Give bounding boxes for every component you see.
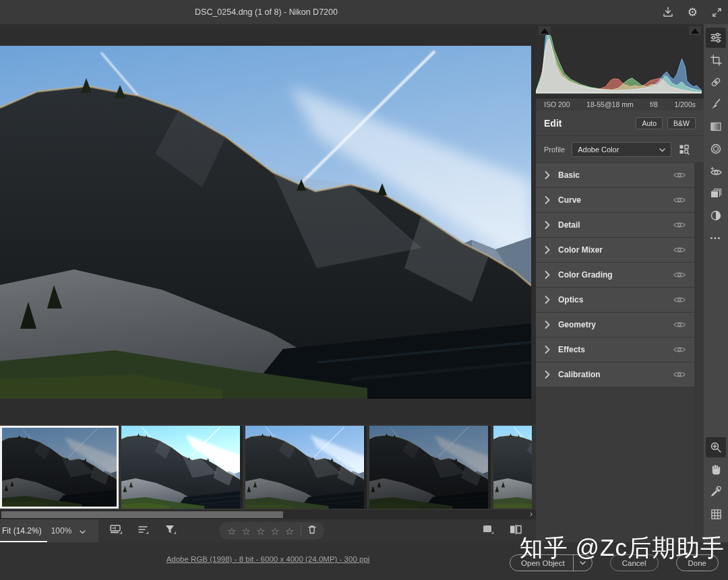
panel-empty-area xyxy=(536,387,694,542)
panel-section-curve[interactable]: Curve xyxy=(536,188,694,213)
eye-visibility-icon[interactable] xyxy=(673,321,686,329)
healing-tool[interactable] xyxy=(706,72,726,92)
filmstrip xyxy=(0,424,536,510)
single-preview-icon[interactable] xyxy=(482,524,494,538)
fit-zoom-label[interactable]: Fit (14.2%) xyxy=(2,526,42,536)
settings-gear-icon[interactable]: ⚙ xyxy=(688,5,698,20)
graduated-filter-tool[interactable] xyxy=(706,117,726,137)
scrollbar-thumb[interactable] xyxy=(1,511,283,518)
hand-tool[interactable] xyxy=(706,459,726,480)
auto-button[interactable]: Auto xyxy=(636,117,663,129)
eye-visibility-icon[interactable] xyxy=(673,221,686,229)
radial-filter-tool[interactable] xyxy=(706,139,726,159)
scroll-right-icon[interactable]: › xyxy=(530,509,533,519)
titlebar: DSC_0254.dng (1 of 8) - Nikon D7200 ⚙ xyxy=(0,0,728,24)
zoom-tool[interactable] xyxy=(706,437,726,457)
chevron-right-icon xyxy=(545,346,550,354)
chevron-right-icon xyxy=(545,321,550,329)
filmstrip-thumbnail-5[interactable] xyxy=(493,426,532,509)
eye-visibility-icon[interactable] xyxy=(673,370,686,379)
bottom-toolbar: Fit (14.2%) 100% xyxy=(0,519,536,542)
panel-section-label: Basic xyxy=(558,170,580,180)
panel-sections: Basic Curve Detail Color Mixer Color Gra… xyxy=(536,163,704,387)
highlight-clipping-icon[interactable] xyxy=(689,26,701,35)
preview-area: › Fit (14.2%) 100% xyxy=(0,24,536,542)
eye-visibility-icon[interactable] xyxy=(673,296,686,304)
chevron-right-icon xyxy=(545,370,550,379)
profile-select[interactable]: Adobe Color xyxy=(572,142,671,157)
exif-shutter: 1/200s xyxy=(674,100,696,108)
panel-section-label: Color Grading xyxy=(558,270,613,280)
star-icon-4[interactable]: ☆ xyxy=(270,526,279,536)
filmstrip-thumbnail-4[interactable] xyxy=(369,426,491,509)
chevron-right-icon xyxy=(545,196,550,204)
chevron-right-icon xyxy=(545,271,550,279)
edit-sliders-tool[interactable] xyxy=(706,28,726,48)
eye-visibility-icon[interactable] xyxy=(673,346,686,354)
presets-tool[interactable] xyxy=(706,183,726,203)
panel-section-label: Detail xyxy=(558,220,580,230)
zoom-chevron-icon[interactable] xyxy=(80,525,86,537)
panel-section-basic[interactable]: Basic xyxy=(536,163,694,188)
filmstrip-thumbnail-1[interactable] xyxy=(0,426,119,509)
photo-preview[interactable] xyxy=(0,46,531,399)
filmstrip-scrollbar[interactable]: › xyxy=(0,510,536,519)
filmstrip-thumbnail-2[interactable] xyxy=(121,426,243,509)
filmstrip-thumbnail-3[interactable] xyxy=(245,426,367,509)
shadow-clipping-icon[interactable] xyxy=(539,26,551,35)
edit-header: Edit Auto B&W xyxy=(536,110,704,136)
trash-icon[interactable] xyxy=(308,525,316,537)
filter-icon[interactable] xyxy=(164,524,177,538)
red-eye-tool[interactable] xyxy=(706,161,726,181)
browse-profiles-icon[interactable] xyxy=(679,144,690,155)
eye-visibility-icon[interactable] xyxy=(673,196,686,204)
snapshots-tool[interactable] xyxy=(706,205,726,226)
save-download-icon[interactable] xyxy=(662,6,674,18)
panel-section-detail[interactable]: Detail xyxy=(536,213,694,238)
divider xyxy=(301,525,301,536)
panel-section-geometry[interactable]: Geometry xyxy=(536,313,694,337)
more-tools-icon[interactable]: ••• xyxy=(706,228,726,248)
bw-button[interactable]: B&W xyxy=(667,117,696,129)
profile-label: Profile xyxy=(544,146,565,154)
image-canvas[interactable] xyxy=(0,24,536,424)
eye-visibility-icon[interactable] xyxy=(673,246,686,254)
tool-column: ••• xyxy=(704,24,728,542)
white-balance-sampler-tool[interactable] xyxy=(706,482,726,502)
chevron-right-icon xyxy=(545,221,550,229)
adjustment-brush-tool[interactable] xyxy=(706,94,726,115)
crop-tool[interactable] xyxy=(706,50,726,70)
chevron-right-icon xyxy=(545,171,550,179)
camera-raw-window: DSC_0254.dng (1 of 8) - Nikon D7200 ⚙ › xyxy=(0,0,728,580)
panel-section-optics[interactable]: Optics xyxy=(536,288,694,313)
fullscreen-icon[interactable] xyxy=(711,7,723,18)
star-icon-1[interactable]: ☆ xyxy=(227,526,236,536)
document-title: DSC_0254.dng (1 of 8) - Nikon D7200 xyxy=(0,0,533,24)
star-icon-3[interactable]: ☆ xyxy=(256,526,265,536)
exif-bar: ISO 200 18-55@18 mm f/8 1/200s xyxy=(536,98,704,110)
panel-section-color-grading[interactable]: Color Grading xyxy=(536,263,694,288)
panel-section-effects[interactable]: Effects xyxy=(536,337,694,362)
chevron-right-icon xyxy=(545,296,550,304)
eye-visibility-icon[interactable] xyxy=(673,271,686,279)
filmstrip-mode-icon[interactable] xyxy=(109,524,123,538)
edit-title: Edit xyxy=(544,118,562,129)
panel-section-label: Calibration xyxy=(558,370,601,379)
profile-row: Profile Adobe Color xyxy=(536,136,704,163)
sort-icon[interactable] xyxy=(138,524,150,538)
star-icon-2[interactable]: ☆ xyxy=(241,526,250,536)
zoom-controls: Fit (14.2%) 100% xyxy=(0,519,98,542)
eye-visibility-icon[interactable] xyxy=(673,171,686,179)
star-icon-5[interactable]: ☆ xyxy=(285,526,294,536)
panel-section-calibration[interactable]: Calibration xyxy=(536,362,694,387)
panel-section-color-mixer[interactable]: Color Mixer xyxy=(536,238,694,263)
zoom-level-label[interactable]: 100% xyxy=(51,526,72,536)
workflow-options-link[interactable]: Adobe RGB (1998) - 8 bit - 6000 x 4000 (… xyxy=(0,555,536,563)
grid-tool[interactable] xyxy=(706,504,726,524)
exif-aperture: f/8 xyxy=(650,100,658,108)
profile-value: Adobe Color xyxy=(578,146,619,154)
chevron-down-icon xyxy=(659,146,665,154)
edit-panel: ISO 200 18-55@18 mm f/8 1/200s Edit Auto… xyxy=(536,24,704,542)
chevron-right-icon xyxy=(545,246,550,254)
histogram[interactable] xyxy=(536,24,704,98)
